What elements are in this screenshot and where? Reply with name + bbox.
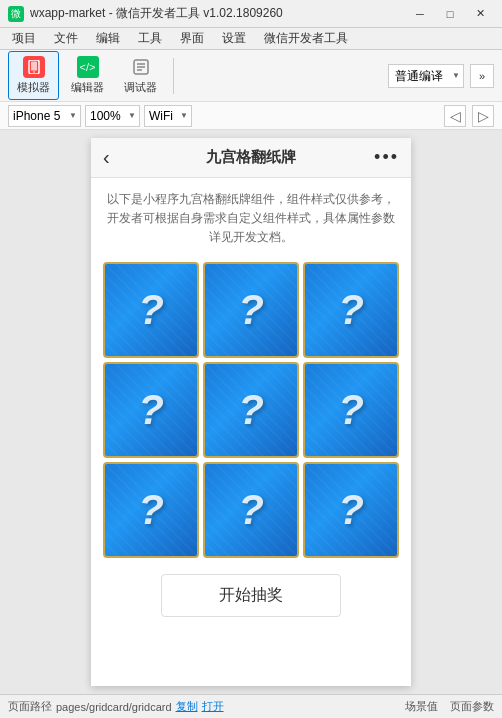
question-mark-1: ? [138, 286, 164, 334]
app-description: 以下是小程序九宫格翻纸牌组件，组件样式仅供参考，开发者可根据自身需求自定义组件样… [103, 190, 399, 248]
question-mark-2: ? [238, 286, 264, 334]
open-link[interactable]: 打开 [202, 699, 224, 714]
toolbar-right: 普通编译 » [388, 64, 494, 88]
debugger-button[interactable]: 调试器 [116, 52, 165, 99]
menu-settings[interactable]: 设置 [214, 28, 254, 49]
grid-cell-9[interactable]: ? [303, 462, 399, 558]
grid-cell-1[interactable]: ? [103, 262, 199, 358]
device-select-wrapper: iPhone 5 iPhone 6 iPhone X [8, 105, 81, 127]
more-button[interactable]: ••• [374, 147, 399, 168]
tool-group-main: 模拟器 </> 编辑器 调试器 [8, 51, 165, 100]
simulator-area: ‹ 九宫格翻纸牌 ••• 以下是小程序九宫格翻纸牌组件，组件样式仅供参考，开发者… [0, 130, 502, 694]
device-bar-right: ◁ ▷ [444, 105, 494, 127]
compile-mode-wrapper: 普通编译 [388, 64, 464, 88]
phone-icon [23, 56, 45, 78]
menu-file[interactable]: 文件 [46, 28, 86, 49]
grid-cell-2[interactable]: ? [203, 262, 299, 358]
grid-cell-4[interactable]: ? [103, 362, 199, 458]
question-mark-5: ? [238, 386, 264, 434]
grid-cell-8[interactable]: ? [203, 462, 299, 558]
app-icon: 微 [8, 6, 24, 22]
params-label: 页面参数 [450, 699, 494, 714]
question-mark-3: ? [338, 286, 364, 334]
card-grid: ? ? ? ? ? ? ? [103, 262, 399, 558]
menu-edit[interactable]: 编辑 [88, 28, 128, 49]
debug-icon [130, 56, 152, 78]
toolbar-separator [173, 58, 174, 94]
grid-cell-6[interactable]: ? [303, 362, 399, 458]
editor-label: 编辑器 [71, 80, 104, 95]
grid-cell-3[interactable]: ? [303, 262, 399, 358]
back-icon-btn[interactable]: ◁ [444, 105, 466, 127]
svg-rect-1 [31, 62, 37, 71]
window-controls: ─ □ ✕ [406, 5, 494, 23]
compile-mode-select[interactable]: 普通编译 [388, 64, 464, 88]
extend-button[interactable]: » [470, 64, 494, 88]
network-select[interactable]: WiFi 3G 4G [144, 105, 192, 127]
toolbar: 模拟器 </> 编辑器 调试器 普通编译 [0, 50, 502, 102]
app-title: 九宫格翻纸牌 [206, 148, 296, 167]
copy-link[interactable]: 复制 [176, 699, 198, 714]
device-select[interactable]: iPhone 5 iPhone 6 iPhone X [8, 105, 81, 127]
question-mark-7: ? [138, 486, 164, 534]
maximize-button[interactable]: □ [436, 5, 464, 23]
code-icon: </> [77, 56, 99, 78]
menu-wechat-devtools[interactable]: 微信开发者工具 [256, 28, 356, 49]
zoom-select[interactable]: 100% 75% 50% [85, 105, 140, 127]
path-value: pages/gridcard/gridcard [56, 701, 172, 713]
window-title: wxapp-market - 微信开发者工具 v1.02.1809260 [30, 5, 283, 22]
menu-tool[interactable]: 工具 [130, 28, 170, 49]
menu-bar: 项目 文件 编辑 工具 界面 设置 微信开发者工具 [0, 28, 502, 50]
title-bar-left: 微 wxapp-market - 微信开发者工具 v1.02.1809260 [8, 5, 283, 22]
start-lottery-button[interactable]: 开始抽奖 [161, 574, 341, 617]
svg-point-2 [33, 71, 35, 73]
question-mark-6: ? [338, 386, 364, 434]
menu-project[interactable]: 项目 [4, 28, 44, 49]
grid-cell-5[interactable]: ? [203, 362, 299, 458]
question-mark-9: ? [338, 486, 364, 534]
debugger-label: 调试器 [124, 80, 157, 95]
question-mark-4: ? [138, 386, 164, 434]
zoom-select-wrapper: 100% 75% 50% [85, 105, 140, 127]
path-label: 页面路径 [8, 699, 52, 714]
device-bar: iPhone 5 iPhone 6 iPhone X 100% 75% 50% … [0, 102, 502, 130]
back-button[interactable]: ‹ [103, 146, 110, 169]
scene-label: 场景值 [405, 699, 438, 714]
bottom-path-section: 页面路径 pages/gridcard/gridcard 复制 打开 [8, 699, 401, 714]
grid-cell-7[interactable]: ? [103, 462, 199, 558]
title-bar: 微 wxapp-market - 微信开发者工具 v1.02.1809260 ─… [0, 0, 502, 28]
network-select-wrapper: WiFi 3G 4G [144, 105, 192, 127]
app-content: 以下是小程序九宫格翻纸牌组件，组件样式仅供参考，开发者可根据自身需求自定义组件样… [91, 178, 411, 686]
forward-icon-btn[interactable]: ▷ [472, 105, 494, 127]
bottom-right-section: 场景值 页面参数 [405, 699, 494, 714]
question-mark-8: ? [238, 486, 264, 534]
simulator-button[interactable]: 模拟器 [8, 51, 59, 100]
menu-interface[interactable]: 界面 [172, 28, 212, 49]
minimize-button[interactable]: ─ [406, 5, 434, 23]
simulator-label: 模拟器 [17, 80, 50, 95]
close-button[interactable]: ✕ [466, 5, 494, 23]
app-header: ‹ 九宫格翻纸牌 ••• [91, 138, 411, 178]
phone-frame: ‹ 九宫格翻纸牌 ••• 以下是小程序九宫格翻纸牌组件，组件样式仅供参考，开发者… [91, 138, 411, 686]
bottom-bar: 页面路径 pages/gridcard/gridcard 复制 打开 场景值 页… [0, 694, 502, 718]
editor-button[interactable]: </> 编辑器 [63, 52, 112, 99]
